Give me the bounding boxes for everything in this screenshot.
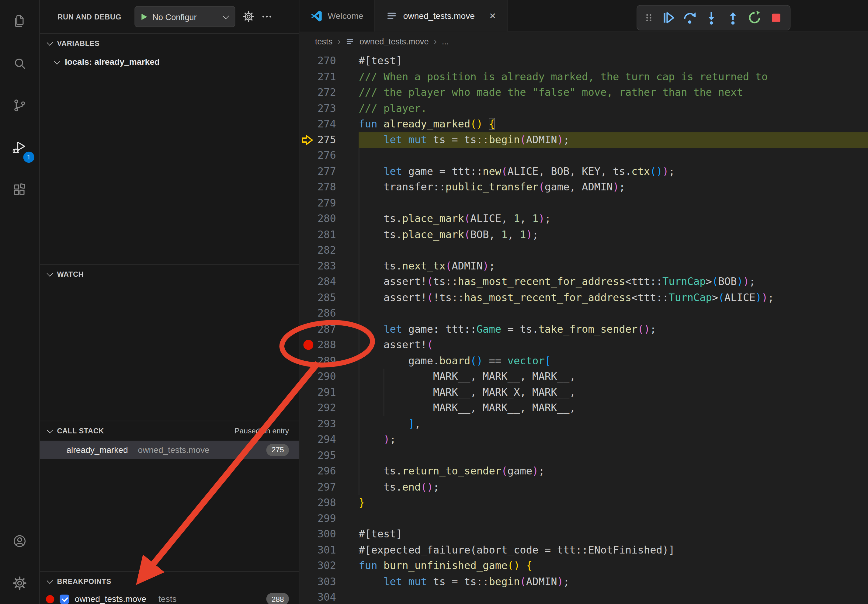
gutter[interactable]: 278: [299, 180, 359, 195]
debug-restart-button[interactable]: [747, 11, 761, 25]
line-number[interactable]: 282: [318, 242, 336, 258]
line-number[interactable]: 271: [318, 69, 336, 85]
breadcrumb-folder[interactable]: tests: [315, 37, 333, 46]
breakpoint-checkbox[interactable]: [60, 594, 69, 604]
gutter[interactable]: 303: [299, 574, 359, 590]
line-number[interactable]: 291: [318, 384, 336, 400]
code-text[interactable]: #[test]: [358, 527, 868, 542]
gutter[interactable]: 287: [299, 321, 359, 337]
gutter[interactable]: 297: [299, 479, 359, 495]
debug-config-dropdown[interactable]: No Configur: [135, 6, 236, 27]
code-text[interactable]: /// player.: [358, 101, 868, 116]
code-text[interactable]: assert!(ts::has_most_recent_for_address<…: [358, 274, 868, 290]
gutter[interactable]: 283: [299, 258, 359, 274]
start-debugging-icon[interactable]: [141, 13, 148, 20]
code-text[interactable]: ts.place_mark(BOB, 1, 1);: [358, 226, 868, 242]
gutter[interactable]: 298: [299, 495, 359, 511]
line-number[interactable]: 290: [318, 369, 336, 384]
code-text[interactable]: let mut ts = ts::begin(ADMIN);: [358, 574, 868, 590]
gutter[interactable]: 291: [299, 384, 359, 400]
gutter[interactable]: 286: [299, 306, 359, 321]
line-number[interactable]: 283: [318, 258, 336, 274]
code-text[interactable]: [358, 242, 868, 258]
gutter[interactable]: 301: [299, 542, 359, 558]
gutter[interactable]: 288: [299, 337, 359, 353]
code-text[interactable]: let game: ttt::Game = ts.take_from_sende…: [358, 321, 868, 337]
code-text[interactable]: );: [358, 432, 868, 448]
call-stack-frame[interactable]: already_marked owned_tests.move 275: [40, 441, 299, 459]
gutter[interactable]: 299: [299, 511, 359, 527]
code-text[interactable]: fun burn_unfinished_game() {: [358, 558, 868, 574]
line-number[interactable]: 297: [318, 479, 336, 495]
line-number[interactable]: 292: [318, 400, 336, 416]
gutter[interactable]: 285: [299, 290, 359, 306]
code-text[interactable]: #[test]: [358, 53, 868, 69]
activity-bar-source-control[interactable]: [0, 84, 39, 126]
gutter[interactable]: 275: [299, 132, 359, 148]
call-stack-section-header[interactable]: CALL STACK Paused on entry: [40, 421, 299, 440]
breadcrumb-more[interactable]: ...: [442, 37, 449, 46]
code-text[interactable]: ],: [358, 416, 868, 432]
line-number[interactable]: 302: [318, 558, 336, 574]
line-number[interactable]: 279: [318, 195, 336, 211]
code-text[interactable]: /// the player who made the "false" move…: [358, 85, 868, 101]
code-text[interactable]: MARK__, MARK__, MARK__,: [358, 400, 868, 416]
gutter[interactable]: 289: [299, 353, 359, 369]
activity-bar-run-and-debug[interactable]: 1: [0, 126, 39, 168]
line-number[interactable]: 294: [318, 432, 336, 448]
code-text[interactable]: [358, 590, 868, 604]
debug-stop-button[interactable]: [769, 11, 783, 25]
code-text[interactable]: ts.end();: [358, 479, 868, 495]
gutter[interactable]: 304: [299, 590, 359, 604]
line-number[interactable]: 277: [318, 164, 336, 180]
line-number[interactable]: 276: [318, 148, 336, 164]
line-number[interactable]: 270: [318, 53, 336, 69]
line-number[interactable]: 303: [318, 574, 336, 590]
drag-gripper-icon[interactable]: [644, 11, 654, 25]
code-text[interactable]: assert!(!ts::has_most_recent_for_address…: [358, 290, 868, 306]
gutter[interactable]: 282: [299, 242, 359, 258]
line-number[interactable]: 278: [318, 180, 336, 195]
gutter[interactable]: 293: [299, 416, 359, 432]
close-icon[interactable]: ✕: [489, 11, 496, 21]
line-number[interactable]: 286: [318, 306, 336, 321]
code-text[interactable]: [358, 511, 868, 527]
line-number[interactable]: 304: [318, 590, 336, 604]
debug-continue-button[interactable]: [661, 11, 675, 25]
code-text[interactable]: game.board() == vector[: [358, 353, 868, 369]
code-text[interactable]: ts.return_to_sender(game);: [358, 463, 868, 479]
breakpoints-section-header[interactable]: BREAKPOINTS: [40, 572, 299, 591]
gutter[interactable]: 290: [299, 369, 359, 384]
code-text[interactable]: ts.next_tx(ADMIN);: [358, 258, 868, 274]
code-text[interactable]: }: [358, 495, 868, 511]
gutter[interactable]: 300: [299, 527, 359, 542]
line-number[interactable]: 289: [318, 353, 336, 369]
line-number[interactable]: 295: [318, 448, 336, 463]
code-text[interactable]: MARK__, MARK_X, MARK__,: [358, 384, 868, 400]
gutter[interactable]: 292: [299, 400, 359, 416]
line-number[interactable]: 272: [318, 85, 336, 101]
breakpoint-list-item[interactable]: owned_tests.move tests 288: [40, 593, 299, 604]
code-text[interactable]: #[expected_failure(abort_code = ttt::ENo…: [358, 542, 868, 558]
code-text[interactable]: let game = ttt::new(ALICE, BOB, KEY, ts.…: [358, 164, 868, 180]
line-number[interactable]: 300: [318, 527, 336, 542]
debug-step-into-button[interactable]: [704, 11, 718, 25]
activity-bar-settings[interactable]: [0, 562, 39, 604]
code-text[interactable]: fun already_marked() {: [358, 116, 868, 132]
line-number[interactable]: 284: [318, 274, 336, 290]
code-text[interactable]: ts.place_mark(ALICE, 1, 1);: [358, 211, 868, 226]
line-number[interactable]: 301: [318, 542, 336, 558]
gutter[interactable]: 280: [299, 211, 359, 226]
gear-icon[interactable]: [243, 11, 255, 23]
debug-step-out-button[interactable]: [726, 11, 740, 25]
more-actions-icon[interactable]: [261, 11, 273, 23]
debug-step-over-button[interactable]: [682, 11, 697, 25]
gutter[interactable]: 295: [299, 448, 359, 463]
gutter[interactable]: 281: [299, 226, 359, 242]
code-text[interactable]: [358, 306, 868, 321]
code-text[interactable]: MARK__, MARK__, MARK__,: [358, 369, 868, 384]
tab-welcome[interactable]: Welcome: [299, 0, 375, 32]
gutter[interactable]: 276: [299, 148, 359, 164]
code-text[interactable]: /// When a position is already marked, t…: [358, 69, 868, 85]
gutter[interactable]: 279: [299, 195, 359, 211]
